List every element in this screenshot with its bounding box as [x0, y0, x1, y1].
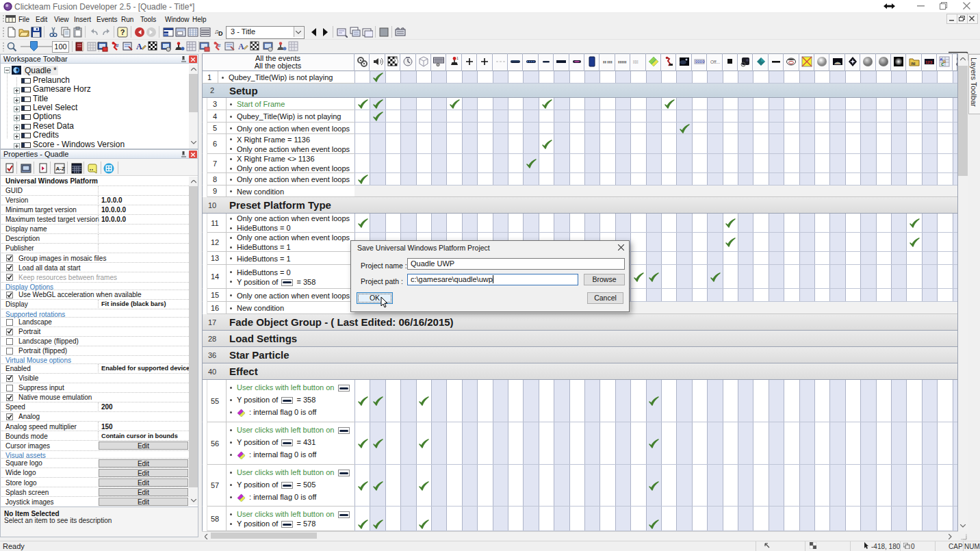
- svg-text:[(|)]: [(|)]: [633, 60, 639, 64]
- svg-text:#: #: [116, 42, 119, 49]
- svg-text:▮▮▮▮▮: ▮▮▮▮▮: [618, 60, 627, 64]
- svg-text:▮▮ ▮▮▮: ▮▮ ▮▮▮: [603, 60, 612, 64]
- svg-text:A-Z: A-Z: [56, 166, 65, 172]
- svg-text:A: A: [238, 42, 244, 51]
- svg-text:1: 1: [456, 56, 459, 60]
- svg-text:A: A: [136, 42, 142, 51]
- svg-text:INI: INI: [911, 62, 916, 66]
- svg-text:123: 123: [925, 60, 933, 64]
- svg-text:Off...: Off...: [710, 60, 720, 64]
- svg-text:#: #: [218, 42, 221, 49]
- svg-text:D: D: [218, 30, 223, 37]
- svg-text:C: C: [941, 62, 944, 66]
- svg-text:?: ?: [120, 28, 125, 36]
- svg-text:00000: 00000: [695, 60, 705, 64]
